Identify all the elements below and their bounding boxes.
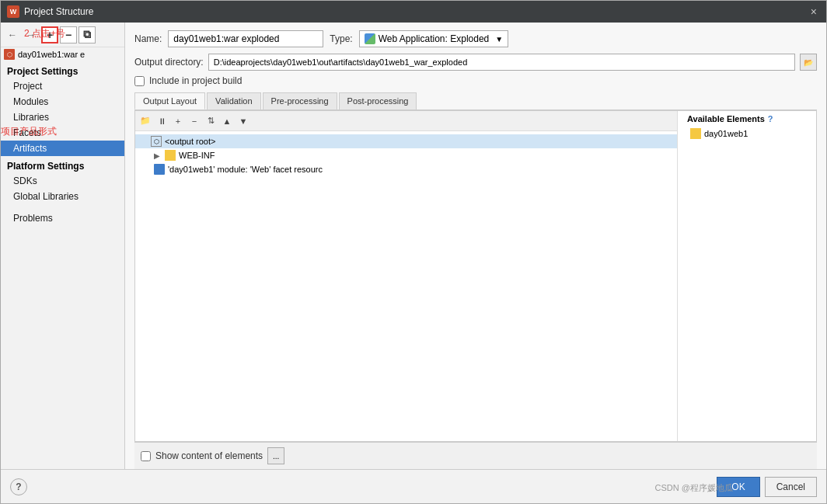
copy-artifact-button[interactable]: ⧉ <box>79 26 96 43</box>
tree-row-module[interactable]: 'day01web1' module: 'Web' facet resourc <box>135 162 677 176</box>
back-button[interactable]: ← <box>4 26 21 43</box>
annotation-step2: 2 点击+号 <box>24 27 65 40</box>
include-label: Include in project build <box>149 75 242 86</box>
right-panel: Name: Type: Web Application: Exploded ▼ … <box>125 23 826 469</box>
name-label: Name: <box>134 33 162 44</box>
sidebar-item-global-libraries[interactable]: Global Libraries <box>1 189 124 204</box>
content-area: 📁 ⏸ + − ⇅ ▲ ▼ ⬡ <output <box>134 110 817 442</box>
show-content-row: Show content of elements ... <box>134 442 817 469</box>
platform-settings-header: Platform Settings <box>1 156 124 173</box>
add-tool-button[interactable]: + <box>171 114 185 128</box>
sidebar-item-libraries[interactable]: Libraries <box>1 109 124 125</box>
output-root-label: <output root> <box>165 137 215 146</box>
up-tool-button[interactable]: ▲ <box>220 114 234 128</box>
type-label: Type: <box>330 33 352 44</box>
tree-row-webinf[interactable]: ▶ WEB-INF <box>135 148 677 162</box>
avail-item-day01web1[interactable]: day01web1 <box>687 127 813 141</box>
output-dir-row: Output directory: 📂 <box>134 54 817 71</box>
folder-tool-button[interactable]: 📁 <box>138 114 152 128</box>
left-panel: 2 点击+号 ← → + − ⧉ ⬡ day01web1:war e Proje… <box>1 23 125 469</box>
available-elements-label: Available Elements ? <box>687 114 813 123</box>
available-elements-text: Available Elements <box>687 114 765 123</box>
tree-row-output-root[interactable]: ⬡ <output root> <box>135 134 677 148</box>
browse-button[interactable]: 📂 <box>800 54 817 71</box>
sidebar-item-problems[interactable]: Problems <box>1 210 124 226</box>
tab-post-processing[interactable]: Post-processing <box>339 92 417 109</box>
available-elements-panel: Available Elements ? day01web1 <box>684 111 816 441</box>
app-icon: W <box>7 5 19 18</box>
annotation-step1: 1 项目产品形式 <box>1 125 57 138</box>
sidebar-item-sdks[interactable]: SDKs <box>1 173 124 189</box>
tabs-row: Output Layout Validation Pre-processing … <box>134 92 817 110</box>
artifact-icon: ⬡ <box>4 49 15 60</box>
type-value: Web Application: Exploded <box>379 33 490 44</box>
type-select[interactable]: Web Application: Exploded ▼ <box>359 30 508 47</box>
available-elements-help[interactable]: ? <box>768 114 773 123</box>
avail-folder-icon <box>690 128 701 139</box>
artifact-tree-label: day01web1:war e <box>18 50 85 59</box>
show-content-btn[interactable]: ... <box>267 447 284 464</box>
tab-pre-processing[interactable]: Pre-processing <box>263 92 337 109</box>
include-checkbox[interactable] <box>134 76 145 86</box>
tab-output-layout[interactable]: Output Layout <box>134 92 205 109</box>
dialog-body: 2 点击+号 ← → + − ⧉ ⬡ day01web1:war e Proje… <box>1 23 826 469</box>
expand-icon-webinf: ▶ <box>154 151 165 160</box>
type-icon <box>365 33 375 44</box>
webinf-folder-icon <box>165 150 176 161</box>
show-content-checkbox[interactable] <box>141 451 151 461</box>
cancel-button[interactable]: Cancel <box>765 477 817 497</box>
output-root-icon: ⬡ <box>151 136 162 147</box>
project-settings-header: Project Settings <box>1 61 124 78</box>
module-label: 'day01web1' module: 'Web' facet resourc <box>168 165 323 174</box>
include-checkbox-row: Include in project build <box>134 75 817 86</box>
module-icon <box>154 164 165 175</box>
name-type-row: Name: Type: Web Application: Exploded ▼ <box>134 30 817 47</box>
output-dir-label: Output directory: <box>134 57 204 68</box>
sidebar-item-project[interactable]: Project <box>1 78 124 94</box>
remove-tool-button[interactable]: − <box>187 114 201 128</box>
avail-item-label: day01web1 <box>704 129 748 138</box>
content-toolbar: 📁 ⏸ + − ⇅ ▲ ▼ <box>135 111 677 131</box>
project-structure-dialog: W Project Structure × 2 点击+号 ← → + − ⧉ ⬡… <box>0 0 827 504</box>
close-button[interactable]: × <box>808 5 820 18</box>
output-dir-input[interactable] <box>208 54 795 71</box>
sort-tool-button[interactable]: ⇅ <box>204 114 218 128</box>
webinf-label: WEB-INF <box>179 151 215 160</box>
tab-validation[interactable]: Validation <box>207 92 261 109</box>
dialog-title: Project Structure <box>24 6 808 17</box>
output-tree-view[interactable]: ⬡ <output root> ▶ WEB-INF <box>135 131 677 441</box>
type-dropdown-arrow[interactable]: ▼ <box>495 35 503 43</box>
watermark: CSDN @程序媛地瓜 <box>655 482 733 494</box>
sidebar-item-artifacts[interactable]: Artifacts <box>1 141 124 156</box>
sidebar-item-modules[interactable]: Modules <box>1 94 124 109</box>
pause-tool-button[interactable]: ⏸ <box>155 114 169 128</box>
help-button[interactable]: ? <box>10 478 27 495</box>
title-bar: W Project Structure × <box>1 1 826 23</box>
down-tool-button[interactable]: ▼ <box>236 114 250 128</box>
output-tree-panel: 📁 ⏸ + − ⇅ ▲ ▼ ⬡ <output <box>135 111 678 441</box>
artifact-tree-item[interactable]: ⬡ day01web1:war e <box>1 47 124 61</box>
show-content-label: Show content of elements <box>155 450 263 461</box>
name-input[interactable] <box>168 30 323 47</box>
